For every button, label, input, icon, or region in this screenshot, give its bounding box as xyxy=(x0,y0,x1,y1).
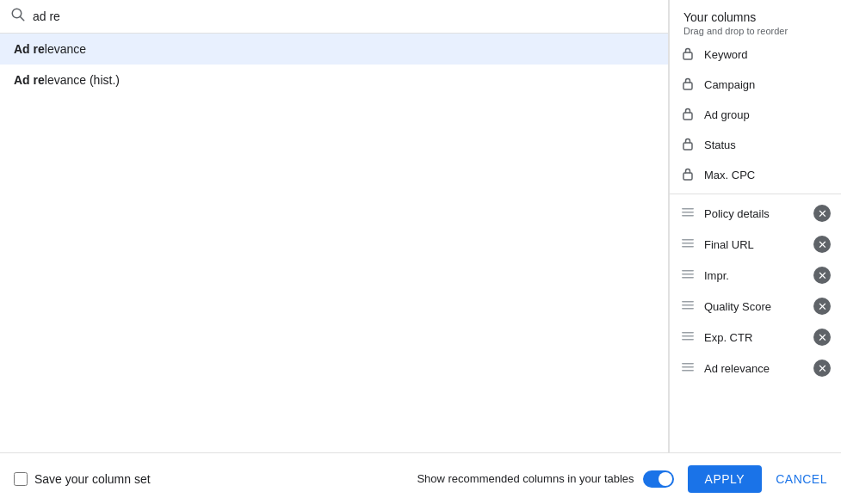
search-results: Ad relevance Ad relevance (hist.) xyxy=(0,34,668,452)
svg-rect-16 xyxy=(682,301,694,303)
locked-label: Max. CPC xyxy=(704,169,831,181)
column-label: Impr. xyxy=(704,269,805,282)
remove-column-button[interactable]: ✕ xyxy=(813,236,831,253)
remove-column-button[interactable]: ✕ xyxy=(813,329,831,346)
removable-column-final-url: Final URL ✕ xyxy=(670,229,841,260)
column-label: Final URL xyxy=(704,238,805,251)
removable-column-ad-relevance: Ad relevance ✕ xyxy=(670,353,841,384)
removable-column-quality-score: Quality Score ✕ xyxy=(670,291,841,322)
recommended-toggle-wrap: Show recommended columns in your tables xyxy=(417,470,673,488)
save-column-set-wrap: Save your column set xyxy=(14,472,403,486)
svg-rect-7 xyxy=(682,208,694,210)
locked-column-maxcpc: Max. CPC xyxy=(670,160,841,190)
svg-rect-22 xyxy=(682,363,694,365)
divider xyxy=(670,194,841,194)
remove-column-button[interactable]: ✕ xyxy=(813,267,831,284)
removable-column-impr: Impr. ✕ xyxy=(670,260,841,291)
svg-rect-6 xyxy=(683,173,692,180)
remove-column-button[interactable]: ✕ xyxy=(813,205,831,222)
svg-rect-5 xyxy=(683,143,692,150)
drag-handle-icon xyxy=(680,206,696,221)
svg-rect-17 xyxy=(682,304,694,306)
svg-rect-3 xyxy=(683,83,692,89)
search-bar: ad re xyxy=(0,0,668,34)
locked-column-campaign: Campaign xyxy=(670,70,841,100)
svg-rect-19 xyxy=(682,332,694,334)
lock-icon xyxy=(680,77,696,93)
svg-rect-12 xyxy=(682,246,694,248)
list-item[interactable]: Ad relevance (hist.) xyxy=(0,65,668,95)
drag-handle-icon xyxy=(680,330,696,345)
columns-title: Your columns xyxy=(683,10,827,24)
column-label: Quality Score xyxy=(704,300,805,313)
svg-rect-23 xyxy=(682,366,694,368)
svg-rect-21 xyxy=(682,339,694,341)
columns-header: Your columns Drag and drop to reorder xyxy=(670,0,841,40)
remove-column-button[interactable]: ✕ xyxy=(813,360,831,377)
lock-icon xyxy=(680,137,696,153)
svg-rect-2 xyxy=(683,52,692,59)
locked-column-adgroup: Ad group xyxy=(670,100,841,130)
toggle-slider xyxy=(643,470,674,488)
recommended-toggle[interactable] xyxy=(643,470,674,488)
remove-column-button[interactable]: ✕ xyxy=(813,298,831,315)
lock-icon xyxy=(680,107,696,123)
svg-rect-24 xyxy=(682,370,694,372)
left-panel: ad re Ad relevance Ad relevance (hist.) xyxy=(0,0,669,452)
drag-handle-icon xyxy=(680,299,696,314)
main-layout: ad re Ad relevance Ad relevance (hist.) … xyxy=(0,0,841,452)
locked-column-keyword: Keyword xyxy=(670,40,841,70)
locked-label: Status xyxy=(704,138,831,151)
list-item[interactable]: Ad relevance xyxy=(0,34,668,65)
right-panel: Your columns Drag and drop to reorder Ke… xyxy=(669,0,841,452)
columns-list: Keyword Campaign Ad grou xyxy=(670,40,841,452)
locked-column-status: Status xyxy=(670,130,841,160)
svg-rect-20 xyxy=(682,335,694,337)
save-column-set-checkbox[interactable] xyxy=(14,472,28,486)
column-label: Ad relevance xyxy=(704,362,805,375)
drag-handle-icon xyxy=(680,268,696,283)
apply-button[interactable]: APPLY xyxy=(688,465,763,493)
column-label: Policy details xyxy=(704,207,805,220)
removable-column-exp-ctr: Exp. CTR ✕ xyxy=(670,322,841,353)
drag-handle-icon xyxy=(680,237,696,252)
svg-rect-15 xyxy=(682,277,694,279)
removable-column-policy-details: Policy details ✕ xyxy=(670,198,841,229)
locked-label: Campaign xyxy=(704,78,831,91)
lock-icon xyxy=(680,46,696,63)
search-icon xyxy=(10,7,26,26)
svg-rect-11 xyxy=(682,243,694,244)
result-prefix: Ad relevance (hist.) xyxy=(14,73,120,87)
column-label: Exp. CTR xyxy=(704,331,805,344)
lock-icon xyxy=(680,167,696,183)
drag-handle-icon xyxy=(680,361,696,376)
locked-label: Ad group xyxy=(704,108,831,121)
save-column-set-label: Save your column set xyxy=(34,472,151,486)
svg-rect-9 xyxy=(682,215,694,217)
svg-rect-10 xyxy=(682,239,694,241)
svg-rect-4 xyxy=(683,113,692,120)
search-input[interactable]: ad re xyxy=(33,9,658,23)
svg-line-1 xyxy=(20,16,24,21)
bottom-bar: Save your column set Show recommended co… xyxy=(0,452,841,504)
columns-subtitle: Drag and drop to reorder xyxy=(683,26,827,36)
svg-rect-18 xyxy=(682,308,694,310)
svg-rect-14 xyxy=(682,274,694,275)
svg-rect-8 xyxy=(682,212,694,213)
recommended-label: Show recommended columns in your tables xyxy=(417,472,634,485)
cancel-button[interactable]: CANCEL xyxy=(776,472,827,486)
result-prefix: Ad relevance xyxy=(14,42,86,56)
locked-label: Keyword xyxy=(704,48,831,61)
svg-rect-13 xyxy=(682,270,694,272)
